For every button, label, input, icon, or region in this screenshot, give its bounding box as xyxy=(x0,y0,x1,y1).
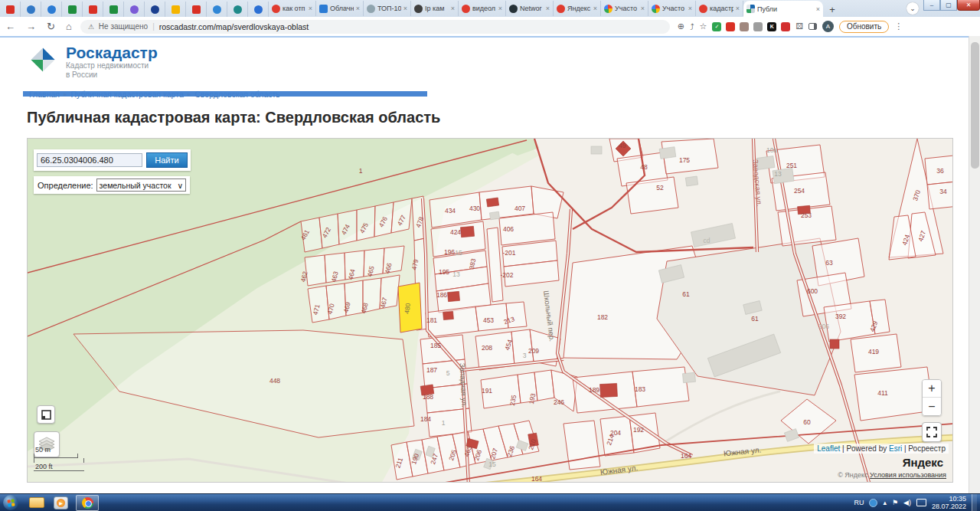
pinned-tab[interactable] xyxy=(41,2,62,17)
scrollbar-thumb[interactable] xyxy=(971,42,979,169)
extension-icon[interactable] xyxy=(726,22,735,31)
reload-icon[interactable]: ↻ xyxy=(47,21,55,32)
page-scrollbar[interactable] xyxy=(969,36,980,493)
tab[interactable]: Участо× xyxy=(601,1,648,16)
tab-close-icon[interactable]: × xyxy=(593,5,597,12)
scale-imperial-label: 200 ft xyxy=(34,463,84,471)
extension-icon[interactable]: ✓ xyxy=(712,22,721,31)
tab-search-button[interactable]: ⌄ xyxy=(906,2,919,15)
tab-close-icon[interactable]: × xyxy=(403,5,407,12)
map-building xyxy=(659,147,676,159)
pinned-tab[interactable] xyxy=(186,2,207,17)
minimize-button[interactable]: – xyxy=(923,0,940,11)
map-building xyxy=(489,211,499,220)
pinned-tab[interactable] xyxy=(145,2,165,17)
site-logo[interactable]: Роскадастр Кадастр недвижимостив России xyxy=(28,44,158,80)
leaflet-link[interactable]: Leaflet xyxy=(817,444,840,453)
address-bar[interactable]: ⚠ Не защищено | roscadastr.com/map/sverd… xyxy=(80,20,670,34)
update-browser-button[interactable]: Обновить xyxy=(839,21,889,33)
tab[interactable]: кадастр× xyxy=(696,1,743,16)
zoom-out-button[interactable]: − xyxy=(923,398,941,415)
start-button[interactable] xyxy=(3,495,18,510)
tray-chevron-icon[interactable]: ▴ xyxy=(883,499,887,506)
taskbar-clock[interactable]: 10:35 28.07.2022 xyxy=(932,495,966,510)
map-label: 13 xyxy=(452,270,460,278)
close-button[interactable]: ✕ xyxy=(957,0,980,11)
pinned-tab[interactable] xyxy=(21,2,41,17)
chrome-taskbar-icon[interactable] xyxy=(76,495,99,511)
tab[interactable]: Networ× xyxy=(506,1,554,16)
map-parcel[interactable] xyxy=(824,301,875,342)
find-button[interactable]: Найти xyxy=(146,152,188,168)
tab-close-icon[interactable]: × xyxy=(688,5,692,12)
pinned-tab[interactable] xyxy=(62,2,83,17)
tab[interactable]: Участо× xyxy=(648,1,696,16)
pinned-tab[interactable] xyxy=(165,2,186,17)
active-tab[interactable]: Публи× xyxy=(743,1,823,17)
sidebar-icon[interactable] xyxy=(808,23,817,30)
map-label: 251 xyxy=(786,162,797,169)
tab[interactable]: ТОП-10× xyxy=(364,1,411,16)
tab-close-icon[interactable]: × xyxy=(498,5,502,12)
pinned-tab[interactable] xyxy=(0,2,21,17)
pinned-tab[interactable] xyxy=(227,2,248,17)
extension-icon[interactable] xyxy=(740,22,749,31)
extension-icon[interactable]: K xyxy=(767,22,776,31)
map-parcel[interactable] xyxy=(305,255,326,286)
yandex-logo[interactable]: Яндекс xyxy=(903,456,943,469)
object-type-panel: Определение: земельный участок ∨ xyxy=(34,176,190,194)
extension-icon[interactable] xyxy=(753,22,763,31)
tab-close-icon[interactable]: × xyxy=(309,5,312,12)
tab[interactable]: Облачн× xyxy=(316,1,364,16)
language-indicator[interactable]: RU xyxy=(854,499,864,506)
cadastral-number-input[interactable] xyxy=(37,153,142,167)
puzzle-extensions-icon[interactable]: ⚄ xyxy=(795,21,803,31)
home-icon[interactable]: ⌂ xyxy=(66,21,72,32)
pinned-tab[interactable] xyxy=(103,2,124,17)
action-center-flag-icon[interactable]: ⚑ xyxy=(892,499,898,506)
tab-close-icon[interactable]: × xyxy=(816,5,820,13)
new-tab-button[interactable]: + xyxy=(823,2,841,17)
extension-icon[interactable] xyxy=(781,22,790,31)
menu-dots-icon[interactable]: ⋮ xyxy=(894,21,903,31)
windows-flag-icon xyxy=(7,499,15,506)
map-parcel[interactable] xyxy=(626,177,678,214)
bookmark-star-icon[interactable]: ☆ xyxy=(699,21,707,31)
map-label: 49 xyxy=(619,142,626,149)
pinned-tab[interactable] xyxy=(207,2,227,17)
object-type-select[interactable]: земельный участок ∨ xyxy=(96,179,187,192)
tab[interactable]: видеол× xyxy=(459,1,506,16)
tray-app-icon[interactable] xyxy=(869,499,877,507)
tab[interactable]: Ip кам× xyxy=(411,1,459,16)
share-icon[interactable]: ⤴ xyxy=(690,22,694,31)
display-icon[interactable] xyxy=(916,499,926,506)
tab-close-icon[interactable]: × xyxy=(641,5,645,12)
map-parcel[interactable] xyxy=(534,370,554,401)
zoom-in-button[interactable]: + xyxy=(923,380,941,398)
map-parcel[interactable] xyxy=(564,421,600,470)
profile-avatar[interactable]: A xyxy=(822,21,834,32)
tab-close-icon[interactable]: × xyxy=(546,5,550,12)
show-desktop-button[interactable] xyxy=(972,494,977,511)
pinned-tab[interactable] xyxy=(248,2,269,17)
back-icon[interactable]: ← xyxy=(5,21,15,32)
esri-link[interactable]: Esri xyxy=(889,444,902,453)
media-player-taskbar-icon[interactable]: ▶ xyxy=(54,496,68,509)
terms-link[interactable]: Условия использования xyxy=(870,471,946,479)
tab-close-icon[interactable]: × xyxy=(356,5,360,12)
legend-toggle-button[interactable] xyxy=(37,405,55,424)
forward-icon[interactable]: → xyxy=(26,21,36,32)
tab-close-icon[interactable]: × xyxy=(451,5,455,12)
pinned-tab[interactable] xyxy=(83,2,103,17)
pinned-tab[interactable] xyxy=(124,2,145,17)
zoom-level-icon[interactable]: ⊕ xyxy=(678,21,684,31)
fullscreen-button[interactable] xyxy=(922,422,942,442)
tab[interactable]: как отп× xyxy=(269,1,316,16)
volume-icon[interactable]: ◀) xyxy=(903,499,911,506)
maximize-button[interactable]: ▢ xyxy=(940,0,957,11)
cadastral-map[interactable]: 4614724744754764774784794624634644654664… xyxy=(27,138,953,483)
tab-close-icon[interactable]: × xyxy=(736,5,740,12)
explorer-taskbar-icon[interactable] xyxy=(29,497,44,508)
map-parcel[interactable] xyxy=(927,182,953,209)
tab[interactable]: Яндекс× xyxy=(554,1,601,16)
